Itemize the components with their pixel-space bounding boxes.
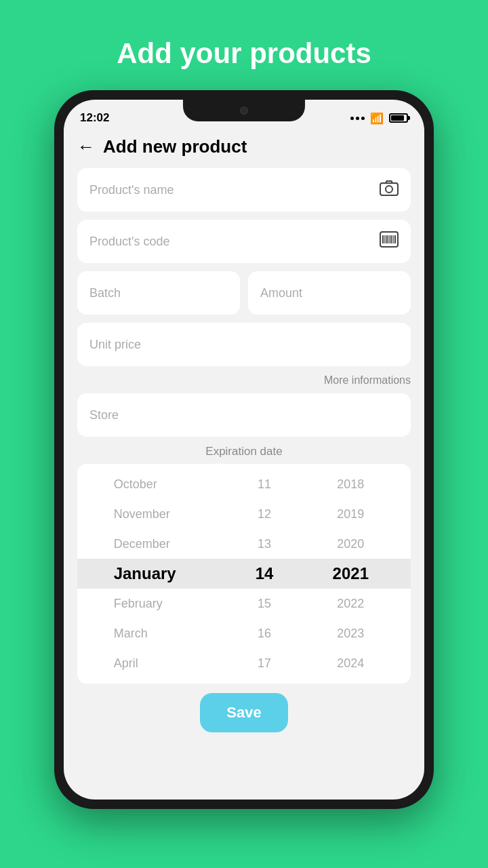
save-button[interactable]: Save: [200, 693, 288, 732]
date-day: 17: [247, 656, 281, 671]
svg-rect-0: [380, 183, 398, 195]
date-month: March: [114, 627, 202, 641]
notch: [183, 100, 305, 121]
status-icons: 📶: [350, 112, 408, 125]
amount-field[interactable]: [248, 271, 411, 315]
more-info-link[interactable]: More informations: [77, 374, 411, 387]
date-month: April: [114, 656, 202, 671]
batch-amount-row: [77, 271, 411, 315]
date-year: 2020: [327, 537, 374, 551]
date-day: 11: [247, 477, 281, 492]
date-picker-row[interactable]: February 15 2022: [77, 589, 411, 618]
signal-dots-icon: [350, 117, 365, 120]
front-camera: [240, 106, 248, 115]
store-field[interactable]: [77, 393, 411, 437]
battery-icon: [389, 113, 408, 123]
phone-outer: 12:02 📶 ← Add new product: [54, 90, 434, 809]
date-month: October: [114, 477, 202, 492]
back-button[interactable]: ←: [77, 136, 95, 157]
store-input[interactable]: [89, 408, 399, 422]
date-day: 13: [247, 537, 281, 551]
date-year: 2024: [327, 656, 374, 671]
date-year: 2021: [327, 564, 374, 583]
date-picker-row[interactable]: November 12 2019: [77, 499, 411, 529]
header: ← Add new product: [77, 130, 411, 168]
date-month: November: [114, 507, 202, 521]
phone-screen: 12:02 📶 ← Add new product: [64, 100, 424, 800]
page-title: Add new product: [103, 136, 247, 157]
batch-input[interactable]: [89, 286, 228, 300]
date-year: 2022: [327, 597, 374, 611]
wifi-icon: 📶: [370, 112, 384, 125]
phone-wrapper: 12:02 📶 ← Add new product: [0, 90, 488, 809]
date-day: 14: [247, 564, 281, 583]
product-name-field[interactable]: [77, 168, 411, 212]
date-year: 2023: [327, 627, 374, 641]
unit-price-field[interactable]: [77, 323, 411, 366]
date-day: 12: [247, 507, 281, 521]
battery-fill: [391, 115, 404, 121]
date-picker-row[interactable]: April 17 2024: [77, 648, 411, 678]
amount-input[interactable]: [260, 286, 399, 300]
date-picker-row[interactable]: December 13 2020: [77, 529, 411, 559]
page-background-title: Add your products: [0, 0, 488, 90]
date-day: 15: [247, 597, 281, 611]
date-month: February: [114, 597, 202, 611]
date-picker-rows: October 11 2018 November 12 2019 Decembe…: [77, 464, 411, 684]
date-picker[interactable]: October 11 2018 November 12 2019 Decembe…: [77, 464, 411, 684]
screen-content: ← Add new product: [64, 130, 424, 732]
camera-icon[interactable]: [380, 180, 399, 200]
date-picker-row[interactable]: October 11 2018: [77, 469, 411, 499]
svg-point-1: [386, 186, 392, 193]
date-year: 2018: [327, 477, 374, 492]
product-code-field[interactable]: [77, 220, 411, 263]
date-picker-row[interactable]: January 14 2021: [77, 559, 411, 589]
expiration-date-label: Expiration date: [77, 445, 411, 458]
product-name-input[interactable]: [89, 183, 373, 197]
product-code-input[interactable]: [89, 235, 373, 249]
date-month: December: [114, 537, 202, 551]
batch-field[interactable]: [77, 271, 240, 315]
date-picker-row[interactable]: March 16 2023: [77, 618, 411, 648]
barcode-icon[interactable]: [380, 231, 399, 252]
save-button-wrap: Save: [77, 684, 411, 732]
status-time: 12:02: [80, 111, 109, 125]
date-year: 2019: [327, 507, 374, 521]
date-month: January: [114, 564, 202, 583]
date-day: 16: [247, 627, 281, 641]
unit-price-input[interactable]: [89, 338, 399, 352]
